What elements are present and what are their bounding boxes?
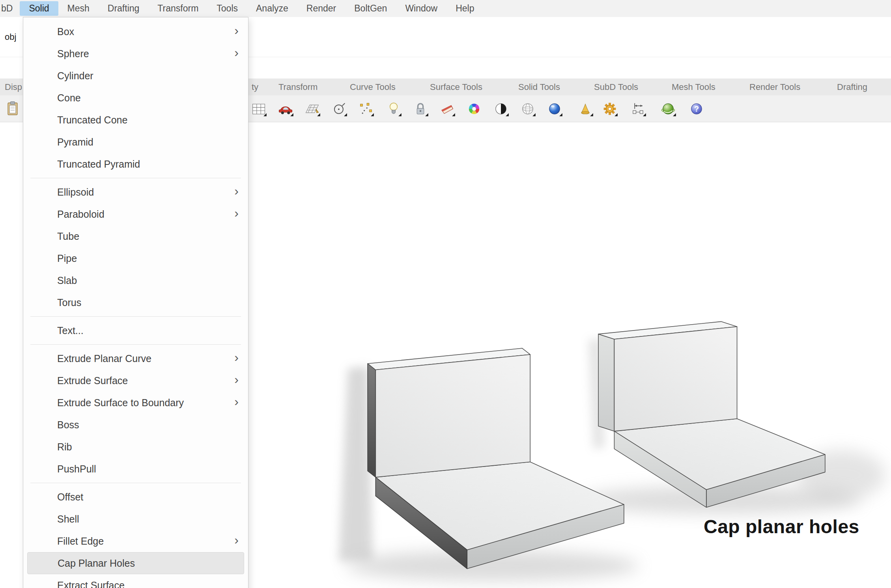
car-icon[interactable] bbox=[277, 100, 294, 118]
menu-item-label: Truncated Pyramid bbox=[57, 159, 140, 170]
menu-item-offset[interactable]: Offset bbox=[23, 486, 248, 508]
menubar-item-analyze[interactable]: Analyze bbox=[247, 1, 297, 16]
submenu-arrow-icon: › bbox=[234, 350, 239, 365]
menu-item-truncated-pyramid[interactable]: Truncated Pyramid bbox=[23, 153, 248, 175]
menubar: bDSolidMeshDraftingTransformToolsAnalyze… bbox=[0, 0, 891, 17]
capped-bracket-plate-front-face bbox=[614, 327, 737, 431]
submenu-arrow-icon: › bbox=[234, 23, 239, 38]
menu-item-extrude-planar-curve[interactable]: Extrude Planar Curve› bbox=[23, 347, 248, 370]
menu-item-pipe[interactable]: Pipe bbox=[23, 247, 248, 269]
mesh-pencil-icon[interactable] bbox=[304, 100, 321, 118]
menu-item-truncated-cone[interactable]: Truncated Cone bbox=[23, 109, 248, 131]
menubar-item-help[interactable]: Help bbox=[446, 1, 483, 16]
toolbar-tab-transform[interactable]: Transform bbox=[278, 78, 318, 95]
circle-center-icon[interactable] bbox=[331, 100, 348, 118]
svg-text:?: ? bbox=[694, 105, 699, 113]
menu-item-tube[interactable]: Tube bbox=[23, 225, 248, 247]
menu-item-label: Extract Surface bbox=[57, 580, 125, 588]
menu-item-extrude-surface[interactable]: Extrude Surface› bbox=[23, 370, 248, 392]
menu-item-cone[interactable]: Cone bbox=[23, 87, 248, 109]
toolbar-tab-curve-tools[interactable]: Curve Tools bbox=[350, 78, 396, 95]
menu-item-slab[interactable]: Slab bbox=[23, 269, 248, 291]
menubar-item-boltgen[interactable]: BoltGen bbox=[345, 1, 396, 16]
cone-icon[interactable] bbox=[577, 100, 594, 118]
menubar-item-window[interactable]: Window bbox=[396, 1, 446, 16]
menubar-item-render[interactable]: Render bbox=[297, 1, 345, 16]
menu-item-label: Torus bbox=[57, 297, 81, 308]
submenu-arrow-icon: › bbox=[234, 206, 239, 220]
toolbar-tab-subd-tools[interactable]: SubD Tools bbox=[594, 78, 638, 95]
toolbar-tab-drafting[interactable]: Drafting bbox=[837, 78, 867, 95]
control-points-icon[interactable] bbox=[357, 100, 375, 118]
menu-item-label: Pipe bbox=[57, 253, 77, 264]
menu-item-label: Tube bbox=[57, 231, 79, 242]
globe-icon[interactable] bbox=[659, 100, 677, 118]
menubar-item-bd[interactable]: bD bbox=[0, 1, 20, 16]
menu-item-label: Paraboloid bbox=[57, 209, 105, 220]
sphere-wireframe-icon[interactable] bbox=[519, 100, 536, 118]
command-text: obj bbox=[5, 32, 16, 42]
menubar-item-transform[interactable]: Transform bbox=[148, 1, 207, 16]
menu-separator bbox=[30, 316, 241, 317]
menu-item-label: PushPull bbox=[57, 463, 96, 475]
viewport-caption: Cap planar holes bbox=[704, 516, 859, 538]
menu-item-sphere[interactable]: Sphere› bbox=[23, 43, 248, 65]
menu-item-shell[interactable]: Shell bbox=[23, 508, 248, 530]
gear-icon[interactable] bbox=[601, 100, 618, 118]
open-bracket-plate-open-end bbox=[368, 364, 375, 477]
menu-item-cap-planar-holes[interactable]: Cap Planar Holes bbox=[27, 552, 244, 574]
toolbar-tab-solid-tools[interactable]: Solid Tools bbox=[518, 78, 560, 95]
menu-item-label: Ellipsoid bbox=[57, 187, 94, 198]
dimension-icon[interactable] bbox=[629, 100, 647, 118]
lightbulb-icon[interactable] bbox=[385, 100, 402, 118]
menu-separator bbox=[30, 178, 241, 178]
menu-item-label: Rib bbox=[57, 441, 72, 453]
toolbar-tab-ty[interactable]: ty bbox=[252, 78, 258, 95]
capped-bracket-plate-cap-face bbox=[598, 334, 614, 431]
paste-icon[interactable] bbox=[4, 100, 21, 118]
menu-item-text[interactable]: Text... bbox=[23, 319, 248, 342]
cake-slice-icon[interactable] bbox=[439, 100, 456, 118]
submenu-arrow-icon: › bbox=[234, 394, 239, 409]
toolbar-tab-mesh-tools[interactable]: Mesh Tools bbox=[672, 78, 715, 95]
menu-item-boss[interactable]: Boss bbox=[23, 414, 248, 436]
menu-item-paraboloid[interactable]: Paraboloid› bbox=[23, 203, 248, 225]
menu-separator bbox=[30, 344, 241, 345]
help-icon[interactable]: ? bbox=[688, 100, 705, 118]
toolbar-tab-disp[interactable]: Disp bbox=[5, 78, 22, 95]
menu-item-label: Text... bbox=[57, 325, 84, 336]
menubar-item-drafting[interactable]: Drafting bbox=[99, 1, 149, 16]
menu-item-ellipsoid[interactable]: Ellipsoid› bbox=[23, 181, 248, 203]
menu-separator bbox=[30, 483, 241, 483]
menu-item-label: Pyramid bbox=[57, 136, 93, 148]
menubar-item-tools[interactable]: Tools bbox=[207, 1, 247, 16]
lock-icon[interactable] bbox=[412, 100, 429, 118]
submenu-arrow-icon: › bbox=[234, 184, 239, 198]
menu-item-pushpull[interactable]: PushPull bbox=[23, 458, 248, 480]
menu-item-label: Extrude Surface to Boundary bbox=[57, 397, 184, 409]
toolbar-tab-render-tools[interactable]: Render Tools bbox=[749, 78, 800, 95]
sphere-bw-icon[interactable] bbox=[492, 100, 510, 118]
menu-item-extract-surface[interactable]: Extract Surface bbox=[23, 574, 248, 588]
color-wheel-icon[interactable] bbox=[465, 100, 483, 118]
grid-table-icon[interactable] bbox=[250, 100, 267, 118]
menu-item-rib[interactable]: Rib bbox=[23, 436, 248, 458]
menu-item-label: Slab bbox=[57, 275, 77, 286]
rhino-window: Cap planar holes obj DisptyTransformCurv… bbox=[0, 0, 891, 588]
toolbar-tab-surface-tools[interactable]: Surface Tools bbox=[430, 78, 482, 95]
solid-menu: Box›Sphere›CylinderConeTruncated ConePyr… bbox=[23, 17, 248, 588]
menu-item-box[interactable]: Box› bbox=[23, 21, 248, 43]
menu-item-label: Cylinder bbox=[57, 70, 93, 82]
menu-item-torus[interactable]: Torus bbox=[23, 291, 248, 314]
menu-item-cylinder[interactable]: Cylinder bbox=[23, 65, 248, 87]
menu-item-label: Cap Planar Holes bbox=[58, 558, 135, 569]
open-bracket-plate-front-face bbox=[375, 355, 530, 477]
menu-item-extrude-surface-to-boundary[interactable]: Extrude Surface to Boundary› bbox=[23, 392, 248, 414]
menubar-item-mesh[interactable]: Mesh bbox=[58, 1, 99, 16]
menu-item-label: Sphere bbox=[57, 48, 89, 60]
menu-item-label: Box bbox=[57, 26, 74, 37]
sphere-blue-icon[interactable] bbox=[546, 100, 563, 118]
menu-item-fillet-edge[interactable]: Fillet Edge› bbox=[23, 530, 248, 552]
menubar-item-solid[interactable]: Solid bbox=[20, 1, 58, 16]
menu-item-pyramid[interactable]: Pyramid bbox=[23, 131, 248, 153]
